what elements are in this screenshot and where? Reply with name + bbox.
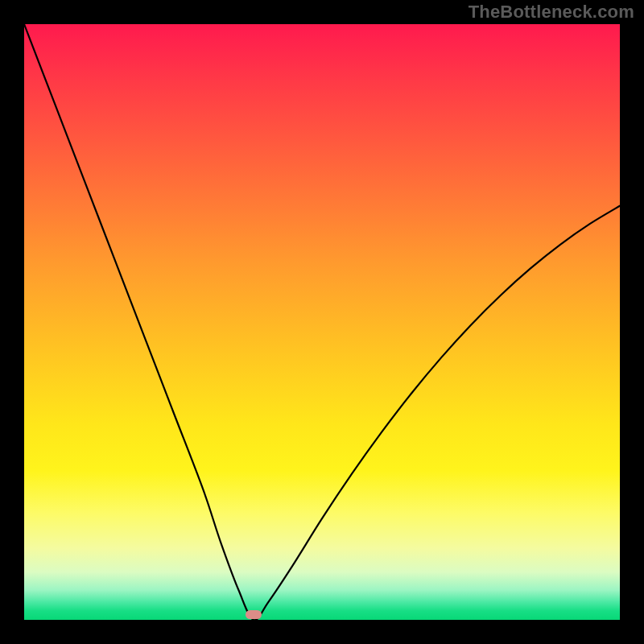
bottleneck-curve-line [24, 24, 620, 620]
optimum-marker [246, 610, 262, 619]
chart-frame: TheBottleneck.com [0, 0, 644, 644]
curve-svg [24, 24, 620, 620]
watermark-text: TheBottleneck.com [469, 2, 634, 23]
plot-area [24, 24, 620, 620]
